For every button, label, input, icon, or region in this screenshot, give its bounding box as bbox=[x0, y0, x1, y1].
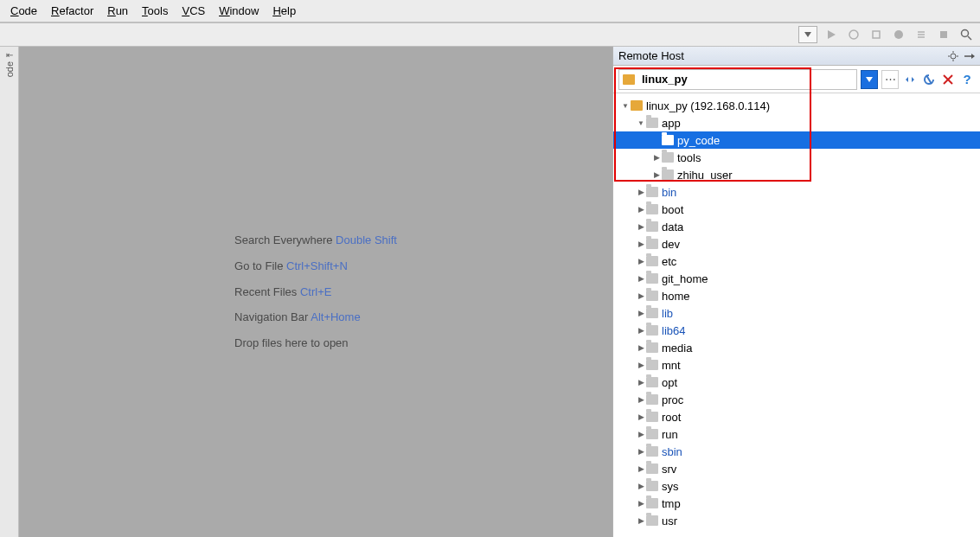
collapse-left-icon[interactable]: ⇤ bbox=[6, 50, 13, 60]
chevron-right-icon[interactable]: ▶ bbox=[636, 412, 646, 421]
server-icon bbox=[631, 100, 643, 111]
chevron-right-icon[interactable]: ▶ bbox=[636, 205, 646, 214]
gear-icon[interactable] bbox=[947, 50, 959, 62]
tree-row[interactable]: ▶sys bbox=[613, 477, 980, 495]
tree-label: opt bbox=[662, 376, 677, 389]
shortcut: Ctrl+E bbox=[300, 285, 331, 298]
tree-row[interactable]: ▶home bbox=[613, 287, 980, 304]
folder-icon bbox=[646, 446, 658, 457]
folder-icon bbox=[646, 204, 658, 214]
tree-row[interactable]: ▶bin bbox=[613, 183, 980, 201]
folder-icon bbox=[646, 118, 658, 128]
refresh-icon[interactable] bbox=[921, 72, 937, 87]
menu-run[interactable]: Run bbox=[100, 4, 135, 17]
sync-icon[interactable] bbox=[902, 72, 918, 87]
chevron-right-icon[interactable]: ▶ bbox=[636, 499, 646, 508]
tree-row[interactable]: ▶media bbox=[613, 339, 980, 356]
tree-row[interactable]: ▶usr bbox=[613, 512, 980, 529]
menu-vcs[interactable]: VCS bbox=[175, 4, 212, 17]
tree-row[interactable]: ▶data bbox=[613, 218, 980, 235]
chevron-right-icon[interactable]: ▶ bbox=[636, 482, 646, 490]
tree-row[interactable]: ▶etc bbox=[613, 253, 980, 270]
chevron-right-icon[interactable]: ▶ bbox=[636, 395, 646, 404]
coverage-icon[interactable] bbox=[868, 26, 885, 43]
remote-file-tree[interactable]: ▼linux_py (192.168.0.114)▼apppy_code▶too… bbox=[613, 93, 980, 537]
ellipsis-icon[interactable]: ⋯ bbox=[881, 70, 899, 89]
chevron-right-icon[interactable]: ▶ bbox=[636, 188, 646, 196]
tree-label: lib bbox=[662, 307, 673, 320]
chevron-down-icon[interactable]: ▼ bbox=[636, 119, 646, 127]
menu-help[interactable]: Help bbox=[266, 4, 303, 17]
tree-row[interactable]: ▶lib64 bbox=[613, 322, 980, 339]
folder-icon bbox=[662, 135, 674, 145]
tree-row[interactable]: ▶git_home bbox=[613, 270, 980, 287]
chevron-right-icon[interactable]: ▶ bbox=[636, 516, 646, 525]
run-icon[interactable] bbox=[823, 26, 840, 43]
tree-row[interactable]: ▶root bbox=[613, 408, 980, 425]
svg-point-11 bbox=[951, 54, 956, 59]
svg-line-19 bbox=[926, 75, 932, 84]
tree-row[interactable]: ▶mnt bbox=[613, 356, 980, 374]
tree-row[interactable]: ▶run bbox=[613, 425, 980, 443]
chevron-right-icon[interactable]: ▶ bbox=[636, 291, 646, 300]
tree-row[interactable]: ▶boot bbox=[613, 201, 980, 218]
chevron-right-icon[interactable]: ▶ bbox=[636, 222, 646, 231]
chevron-right-icon[interactable]: ▶ bbox=[636, 464, 646, 473]
panel-toolbar: linux_py ⋯ ? bbox=[613, 66, 980, 93]
tree-row[interactable]: ▶srv bbox=[613, 460, 980, 477]
run-config-dropdown[interactable] bbox=[798, 26, 817, 43]
folder-icon bbox=[646, 429, 658, 439]
tree-label: tmp bbox=[662, 497, 681, 510]
chevron-right-icon[interactable]: ▶ bbox=[651, 153, 662, 162]
tree-row[interactable]: ▶tools bbox=[613, 149, 980, 166]
folder-icon bbox=[646, 360, 658, 370]
chevron-right-icon[interactable]: ▶ bbox=[636, 240, 646, 248]
chevron-right-icon[interactable]: ▶ bbox=[636, 430, 646, 438]
tree-row[interactable]: ▼app bbox=[613, 114, 980, 131]
editor-hint: Search Everywhere Double Shift bbox=[234, 227, 397, 253]
chevron-right-icon[interactable]: ▶ bbox=[636, 361, 646, 369]
help-icon[interactable]: ? bbox=[959, 72, 975, 87]
delete-icon[interactable] bbox=[940, 72, 956, 87]
menu-code[interactable]: Code bbox=[3, 4, 44, 17]
tree-label: usr bbox=[662, 515, 677, 527]
tree-row[interactable]: ▶proc bbox=[613, 391, 980, 408]
tree-row[interactable]: ▶opt bbox=[613, 374, 980, 391]
tree-row[interactable]: ▶sbin bbox=[613, 443, 980, 460]
tree-row[interactable]: ▶tmp bbox=[613, 495, 980, 512]
concurrent-icon[interactable] bbox=[913, 26, 930, 43]
chevron-down-icon[interactable]: ▼ bbox=[620, 102, 631, 110]
svg-point-4 bbox=[894, 30, 903, 39]
menu-window[interactable]: Window bbox=[212, 4, 266, 17]
menu-tools[interactable]: Tools bbox=[135, 4, 175, 17]
chevron-right-icon[interactable]: ▶ bbox=[636, 447, 646, 456]
debug-icon[interactable] bbox=[845, 26, 862, 43]
chevron-right-icon[interactable]: ▶ bbox=[636, 274, 646, 283]
chevron-right-icon[interactable]: ▶ bbox=[636, 378, 646, 387]
chevron-right-icon[interactable]: ▶ bbox=[636, 343, 646, 352]
chevron-right-icon[interactable]: ▶ bbox=[636, 257, 646, 265]
left-gutter-label[interactable]: ode bbox=[4, 61, 15, 77]
search-icon[interactable] bbox=[958, 26, 975, 43]
hide-icon[interactable] bbox=[963, 50, 975, 62]
svg-marker-18 bbox=[866, 77, 873, 82]
tree-row[interactable]: ▶dev bbox=[613, 235, 980, 253]
tree-row[interactable]: ▶zhihu_user bbox=[613, 166, 980, 183]
tree-row[interactable]: ▶lib bbox=[613, 304, 980, 322]
server-selector[interactable]: linux_py bbox=[618, 69, 857, 90]
chevron-right-icon[interactable]: ▶ bbox=[636, 326, 646, 335]
tree-label: etc bbox=[662, 255, 676, 268]
menu-refactor[interactable]: Refactor bbox=[44, 4, 100, 17]
server-dropdown-button[interactable] bbox=[861, 70, 878, 89]
chevron-right-icon[interactable]: ▶ bbox=[636, 309, 646, 317]
editor-hint: Drop files here to open bbox=[234, 330, 397, 356]
tree-row[interactable]: ▼linux_py (192.168.0.114) bbox=[613, 97, 980, 114]
folder-icon bbox=[646, 412, 658, 422]
svg-marker-1 bbox=[828, 30, 836, 39]
stop-icon[interactable] bbox=[935, 26, 952, 43]
tree-row[interactable]: py_code bbox=[613, 131, 980, 149]
profile-icon[interactable] bbox=[890, 26, 907, 43]
tree-label: sbin bbox=[662, 445, 682, 458]
tree-label: root bbox=[662, 411, 681, 424]
chevron-right-icon[interactable]: ▶ bbox=[651, 170, 662, 179]
